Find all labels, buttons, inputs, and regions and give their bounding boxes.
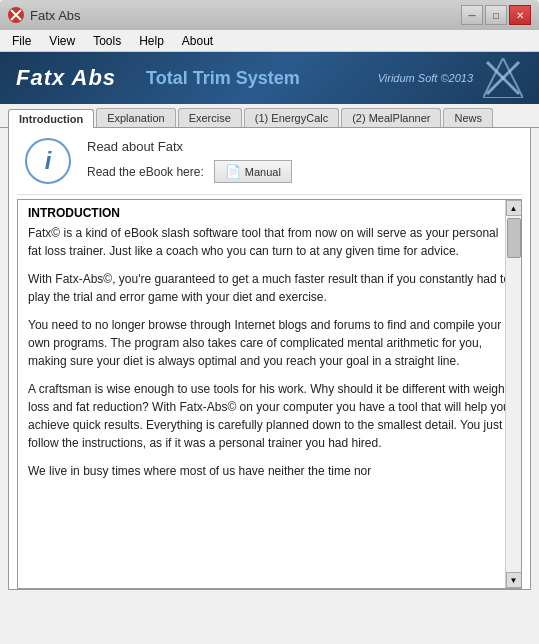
manual-button-label: Manual <box>245 166 281 178</box>
intro-para-1: Fatx© is a kind of eBook slash software … <box>28 224 511 260</box>
tab-news[interactable]: News <box>443 108 493 127</box>
introduction-section: INTRODUCTION Fatx© is a kind of eBook sl… <box>17 199 522 589</box>
read-about-label: Read about Fatx <box>87 139 514 154</box>
app-header-title: Fatx Abs <box>16 65 116 91</box>
minimize-button[interactable]: ─ <box>461 5 483 25</box>
tab-explanation[interactable]: Explanation <box>96 108 176 127</box>
menu-file[interactable]: File <box>4 32 39 50</box>
menu-about[interactable]: About <box>174 32 221 50</box>
ebook-label: Read the eBook here: <box>87 165 204 179</box>
manual-button[interactable]: 📄 Manual <box>214 160 292 183</box>
window-title: Fatx Abs <box>30 8 81 23</box>
book-icon: 📄 <box>225 164 241 179</box>
intro-para-4: A craftsman is wise enough to use tools … <box>28 380 511 452</box>
tab-energycalc[interactable]: (1) EnergyCalc <box>244 108 339 127</box>
intro-body[interactable]: Fatx© is a kind of eBook slash software … <box>18 224 521 580</box>
app-logo-icon <box>483 58 523 98</box>
menu-help[interactable]: Help <box>131 32 172 50</box>
intro-title: INTRODUCTION <box>18 200 521 224</box>
menu-bar: File View Tools Help About <box>0 30 539 52</box>
close-button[interactable]: ✕ <box>509 5 531 25</box>
ebook-row: Read the eBook here: 📄 Manual <box>87 160 514 183</box>
window-controls: ─ □ ✕ <box>461 5 531 25</box>
title-bar: Fatx Abs ─ □ ✕ <box>0 0 539 30</box>
intro-para-5: We live in busy times where most of us h… <box>28 462 511 480</box>
app-header: Fatx Abs Total Trim System Viridum Soft … <box>0 52 539 104</box>
intro-para-3: You need to no longer browse through Int… <box>28 316 511 370</box>
separator <box>17 194 522 195</box>
scroll-down-button[interactable]: ▼ <box>506 572 522 588</box>
title-bar-left: Fatx Abs <box>8 7 81 23</box>
intro-para-2: With Fatx-Abs©, you're guaranteed to get… <box>28 270 511 306</box>
scroll-thumb[interactable] <box>507 218 521 258</box>
app-icon <box>8 7 24 23</box>
maximize-button[interactable]: □ <box>485 5 507 25</box>
app-branding: Viridum Soft ©2013 <box>378 72 473 84</box>
info-header: i Read about Fatx Read the eBook here: 📄… <box>9 128 530 194</box>
scrollbar[interactable]: ▲ ▼ <box>505 200 521 588</box>
main-content: i Read about Fatx Read the eBook here: 📄… <box>8 128 531 590</box>
menu-tools[interactable]: Tools <box>85 32 129 50</box>
info-text-col: Read about Fatx Read the eBook here: 📄 M… <box>87 139 514 183</box>
info-icon: i <box>25 138 71 184</box>
app-header-subtitle: Total Trim System <box>146 68 378 89</box>
menu-view[interactable]: View <box>41 32 83 50</box>
scroll-up-button[interactable]: ▲ <box>506 200 522 216</box>
tab-mealplanner[interactable]: (2) MealPlanner <box>341 108 441 127</box>
tab-exercise[interactable]: Exercise <box>178 108 242 127</box>
tab-bar: Introduction Explanation Exercise (1) En… <box>0 104 539 128</box>
tab-introduction[interactable]: Introduction <box>8 109 94 128</box>
